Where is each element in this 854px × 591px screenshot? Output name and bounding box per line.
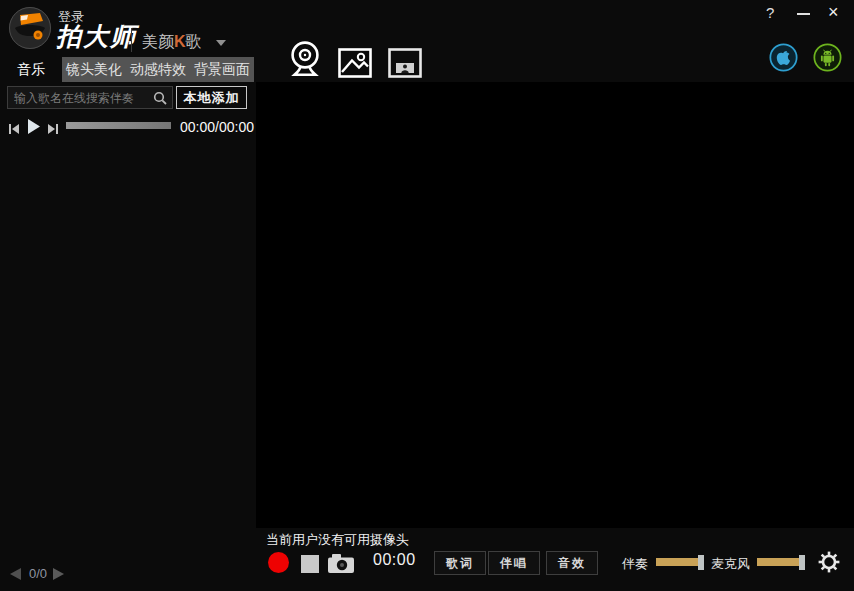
portrait-frame-icon <box>388 64 422 81</box>
camera-icon <box>328 559 354 576</box>
minimize-button[interactable] <box>797 13 810 15</box>
record-button[interactable] <box>268 552 289 573</box>
search-box <box>7 86 173 109</box>
accompaniment-slider-handle[interactable] <box>698 555 704 570</box>
header-divider <box>131 28 132 52</box>
play-button[interactable] <box>27 119 40 138</box>
tab-background-scene[interactable]: 背景画面 <box>190 57 254 82</box>
settings-button[interactable] <box>818 551 840 577</box>
sound-effects-button[interactable]: 音效 <box>546 551 598 575</box>
record-time-label: 00:00 <box>373 551 416 569</box>
previous-track-button[interactable] <box>8 121 20 139</box>
webcam-tool-button[interactable] <box>288 40 322 82</box>
mode-caret-icon[interactable] <box>216 40 226 46</box>
accompaniment-volume-slider[interactable] <box>656 558 700 566</box>
video-preview-area <box>256 82 854 528</box>
close-button[interactable]: × <box>828 2 839 23</box>
mode-text-pre: 美颜 <box>142 33 174 50</box>
next-track-button[interactable] <box>47 121 59 139</box>
play-icon <box>27 120 40 137</box>
accompany-vocal-button[interactable]: 伴唱 <box>488 551 540 575</box>
mode-text-post: 歌 <box>186 33 202 50</box>
picture-icon <box>338 64 372 81</box>
tab-music[interactable]: 音乐 <box>0 57 62 82</box>
song-time-label: 00:00/00:00 <box>180 119 254 135</box>
android-icon <box>813 58 842 75</box>
tab-strip: 镜头美化 动感特效 背景画面 <box>62 57 254 82</box>
apple-button[interactable] <box>769 43 798 76</box>
app-title: 拍大师 <box>56 20 137 53</box>
microphone-volume-slider[interactable] <box>757 558 801 566</box>
gear-icon <box>818 559 840 576</box>
search-input[interactable] <box>8 91 153 105</box>
skip-back-icon <box>8 121 20 138</box>
page-next-button[interactable] <box>53 568 64 580</box>
tab-lens-beautify[interactable]: 镜头美化 <box>62 57 126 82</box>
tab-dynamic-effects[interactable]: 动感特效 <box>126 57 190 82</box>
microphone-slider-handle[interactable] <box>799 555 805 570</box>
app-logo <box>8 6 52 50</box>
stop-button[interactable] <box>301 555 319 573</box>
accompaniment-label: 伴奏 <box>622 555 648 573</box>
apple-icon <box>769 58 798 75</box>
snapshot-button[interactable] <box>328 554 354 577</box>
camera-status-text: 当前用户没有可用摄像头 <box>266 531 409 549</box>
local-add-button[interactable]: 本地添加 <box>176 86 247 109</box>
android-button[interactable] <box>813 43 842 76</box>
scene-tool-button[interactable] <box>338 48 372 82</box>
microphone-label: 麦克风 <box>711 555 750 573</box>
mode-text-k: K <box>174 33 186 50</box>
webcam-icon <box>288 64 322 81</box>
song-progress-bar[interactable] <box>66 122 171 129</box>
mode-selector[interactable]: 美颜K歌 <box>142 32 202 53</box>
search-icon[interactable] <box>153 91 172 105</box>
page-indicator: 0/0 <box>29 566 47 581</box>
portrait-tool-button[interactable] <box>388 48 422 82</box>
help-button[interactable]: ? <box>766 4 774 21</box>
app-window: 登录 拍大师 美颜K歌 ? × 音乐 镜头美化 动感特效 背景画面 <box>0 0 854 591</box>
page-previous-button[interactable] <box>10 568 21 580</box>
skip-forward-icon <box>47 121 59 138</box>
lyrics-button[interactable]: 歌词 <box>434 551 486 575</box>
